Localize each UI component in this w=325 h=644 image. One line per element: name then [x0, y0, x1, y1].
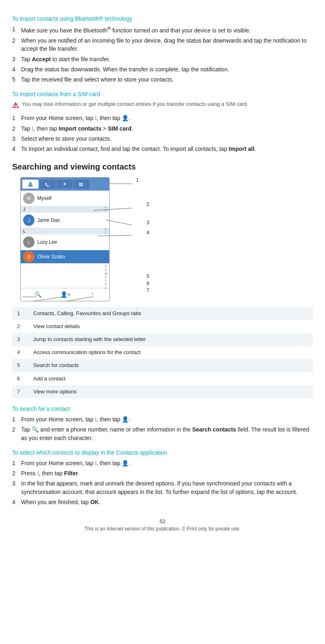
callout-num-2: 2	[12, 320, 28, 333]
callout-1: 1	[136, 177, 139, 183]
search-step-2: 2 Tap 🔍 and enter a phone number, name o…	[12, 425, 313, 442]
avatar-myself: M	[23, 193, 34, 204]
select-contacts-steps: 1 From your Home screen, tap ⁝, then tap…	[12, 459, 313, 506]
contact-name-jame: Jame Gao	[37, 217, 60, 223]
callout-num-3: 3	[12, 333, 28, 346]
callout-row-6: 6 Add a contact	[12, 372, 313, 385]
phone-screen: ★ ABCDEF GHIJKL MNOPQR STUVWX YZ# M	[20, 177, 110, 301]
callout-num-6: 6	[12, 372, 28, 385]
list-spacer	[21, 264, 109, 288]
contact-jame: J Jame Gao	[21, 213, 109, 228]
sim-steps: 1 From your Home screen, tap ⁝, then tap…	[12, 114, 313, 153]
more-options-icon: ⋮	[90, 291, 95, 298]
bluetooth-step-4: 4 Drag the status bar downwards. When th…	[12, 65, 313, 73]
bluetooth-step-3: 3 Tap Accept to start the file transfer.	[12, 55, 313, 63]
callout-num-5: 5	[12, 359, 28, 372]
bluetooth-section: To import contacts using Bluetooth® tech…	[12, 15, 313, 84]
tab-favourites: ★	[56, 180, 73, 189]
section-l: L	[21, 228, 109, 234]
tab-contacts	[22, 180, 39, 189]
callout-row-7: 7 View more options	[12, 385, 313, 398]
bluetooth-heading: To import contacts using Bluetooth® tech…	[12, 15, 313, 22]
callout-desc-7: View more options	[28, 385, 313, 398]
footer-note: This is an Internet version of this publ…	[12, 526, 313, 532]
contact-name-lucy: Lucy Lee	[37, 239, 57, 245]
search-icon: 🔍	[34, 291, 41, 298]
callout-desc-1: Contacts, Calling, Favourites and Groups…	[28, 307, 313, 320]
sim-heading: To import contacts from a SIM card	[12, 91, 313, 97]
add-contact-icon: 👤+	[60, 291, 71, 298]
tab-calling	[39, 180, 56, 189]
select-step-2: 2 Press ⁝, then tap Filter.	[12, 469, 313, 477]
tab-groups	[73, 180, 90, 189]
avatar-jame: J	[23, 215, 34, 226]
bluetooth-step-5: 5 Tap the received file and select where…	[12, 75, 313, 84]
callout-2: 2	[146, 202, 149, 207]
phone-diagram: 1 ★ ABCDEF GHIJKL	[20, 177, 142, 301]
callout-row-3: 3 Jump to contacts starting with the sel…	[12, 333, 313, 346]
sim-step-4: 4 To import an individual contact, find …	[12, 145, 313, 153]
select-step-4: 4 When you are finished, tap OK.	[12, 498, 313, 506]
search-contact-heading: To search for a contact	[12, 406, 313, 412]
sim-warning: ⚠ You may lose information or get multip…	[12, 101, 313, 110]
select-contacts-heading: To select which contacts to display in t…	[12, 449, 313, 456]
callout-7: 7	[146, 288, 149, 293]
callout-row-2: 2 View contact details	[12, 320, 313, 333]
contact-lucy: L Lucy Lee	[21, 234, 109, 250]
select-step-3: 3 In the list that appears, mark and unm…	[12, 479, 313, 496]
callout-num-1: 1	[12, 307, 28, 320]
sim-step-3: 3 Select where to store your contacts.	[12, 135, 313, 143]
callout-desc-6: Add a contact	[28, 372, 313, 385]
select-step-1: 1 From your Home screen, tap ⁝, then tap…	[12, 459, 313, 467]
avatar-oliver: O	[23, 251, 34, 262]
callout-5: 5	[146, 273, 149, 279]
bluetooth-step-1: 1 Make sure you have the Bluetooth® func…	[12, 25, 313, 34]
warning-icon: ⚠	[12, 101, 19, 110]
searching-heading: Searching and viewing contacts	[12, 162, 313, 172]
callout-num-4: 4	[12, 346, 28, 359]
contact-myself: M Myself	[21, 191, 109, 206]
callout-row-5: 5 Search for contacts	[12, 359, 313, 372]
callout-desc-3: Jump to contacts starting with the selec…	[28, 333, 313, 346]
callout-row-4: 4 Access communication options for the c…	[12, 346, 313, 359]
searching-section: Searching and viewing contacts 1 ★	[12, 162, 313, 398]
callout-desc-4: Access communication options for the con…	[28, 346, 313, 359]
phone-tab-bar: ★	[21, 178, 109, 191]
callout-desc-5: Search for contacts	[28, 359, 313, 372]
contacts-list: ABCDEF GHIJKL MNOPQR STUVWX YZ# M Myself…	[21, 191, 109, 288]
search-contact-steps: 1 From your Home screen, tap ⁝, then tap…	[12, 415, 313, 442]
page-number: 52	[12, 518, 313, 524]
search-step-1: 1 From your Home screen, tap ⁝, then tap…	[12, 415, 313, 423]
bluetooth-steps: 1 Make sure you have the Bluetooth® func…	[12, 25, 313, 84]
search-contact-section: To search for a contact 1 From your Home…	[12, 406, 313, 442]
callout-num-7: 7	[12, 385, 28, 398]
avatar-lucy: L	[23, 236, 34, 248]
svg-point-1	[79, 182, 81, 185]
phone-bottom-bar: 🔍 👤+ ⋮	[21, 288, 109, 301]
callout-6: 6	[146, 281, 149, 286]
svg-point-2	[81, 182, 83, 185]
page-footer: 52 This is an Internet version of this p…	[12, 518, 313, 532]
callout-3: 3	[146, 220, 149, 225]
contact-oliver: O Oliver Szabo	[21, 250, 109, 264]
callout-4: 4	[146, 230, 149, 236]
callout-desc-2: View contact details	[28, 320, 313, 333]
contact-name-oliver: Oliver Szabo	[37, 254, 65, 260]
sim-warning-text: You may lose information or get multiple…	[22, 101, 248, 108]
section-j: J	[21, 206, 109, 213]
sim-step-2: 2 Tap ⁝, then tap Import contacts > SIM …	[12, 125, 313, 133]
sim-section: To import contacts from a SIM card ⚠ You…	[12, 91, 313, 153]
callout-table: 1 Contacts, Calling, Favourites and Grou…	[12, 307, 313, 398]
bluetooth-step-2: 2 When you are notified of an incoming f…	[12, 36, 313, 53]
callout-row-1: 1 Contacts, Calling, Favourites and Grou…	[12, 307, 313, 320]
select-contacts-section: To select which contacts to display in t…	[12, 449, 313, 506]
sim-step-1: 1 From your Home screen, tap ⁝, then tap…	[12, 114, 313, 122]
contact-name-myself: Myself	[37, 195, 52, 201]
